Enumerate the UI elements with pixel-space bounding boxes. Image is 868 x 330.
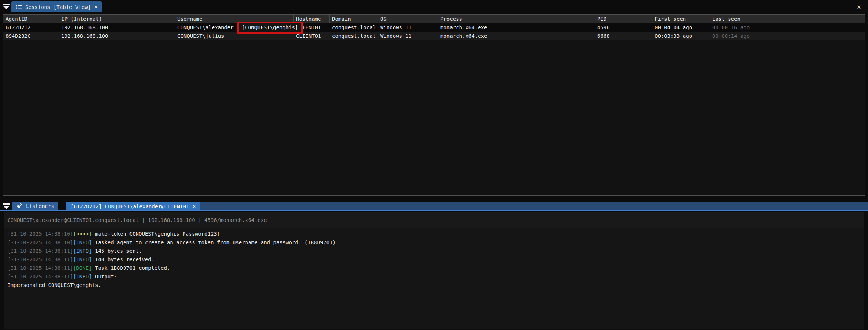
tab-label: [6122D212] CONQUEST\alexander@CLIENT01	[70, 203, 189, 209]
satellite-icon	[16, 203, 23, 209]
cell-lastseen: 00:00:16 ago	[710, 23, 865, 32]
tab-label: Sessions [Table View]	[25, 4, 91, 10]
log-text	[92, 248, 95, 254]
log-timestamp: [31-10-2025 14:38:11]	[7, 257, 73, 262]
column-header-lastseen[interactable]: Last seen	[710, 15, 865, 23]
menu-bar-glyph	[3, 203, 10, 205]
tab-agent-session[interactable]: [6122D212] CONQUEST\alexander@CLIENT01 ✕	[66, 202, 200, 210]
console-line: [31-10-2025 14:38:11][DONE] Task 1B8D970…	[4, 264, 864, 272]
console-output[interactable]: [31-10-2025 14:38:10][>>>>] make-token C…	[4, 228, 864, 329]
log-text	[92, 231, 95, 237]
log-timestamp: [31-10-2025 14:38:11]	[7, 248, 73, 254]
username-text: CONQUEST\alexander	[177, 24, 234, 30]
cell-pid: 4596	[595, 23, 652, 32]
log-tag: [INFO]	[73, 274, 92, 280]
cell-agentid: 6122D212	[3, 23, 59, 32]
log-text	[92, 274, 95, 280]
console-line: [31-10-2025 14:38:10][INFO] Tasked agent…	[4, 238, 864, 247]
impersonated-user-text: [CONQUEST\genghis]	[242, 24, 298, 30]
log-text	[92, 265, 95, 271]
agent-console-panel: CONQUEST\alexander@CLIENT01.conquest.loc…	[4, 212, 864, 329]
log-text: 140 bytes received.	[95, 257, 154, 262]
log-text: Impersonated CONQUEST\genghis.	[7, 282, 101, 288]
cell-process: monarch.x64.exe	[438, 32, 595, 40]
cell-firstseen: 00:03:33 ago	[652, 32, 710, 40]
bottom-tabbar-underline	[0, 210, 868, 211]
log-text: make-token CONQUEST\genghis Password123!	[95, 231, 220, 237]
column-header-domain[interactable]: Domain	[330, 15, 378, 23]
cell-ip: 192.168.168.100	[59, 23, 175, 32]
log-text: Tasked agent to create an access token f…	[95, 239, 336, 245]
log-text: Output:	[95, 274, 117, 280]
session-row[interactable]: 894D232C 192.168.168.100 CONQUEST\julius…	[3, 32, 865, 40]
cell-os: Windows 11	[378, 32, 438, 40]
log-tag: [>>>>]	[73, 231, 92, 237]
panel-close-icon[interactable]: ✕	[857, 3, 861, 10]
console-line: Impersonated CONQUEST\genghis.	[4, 281, 864, 290]
tab-sessions-table-view[interactable]: Sessions [Table View] ✕	[11, 1, 102, 12]
log-tag: [INFO]	[73, 239, 92, 245]
log-tag: [INFO]	[73, 257, 92, 262]
tab-label: Listeners	[26, 203, 54, 209]
impersonation-highlight-box: [CONQUEST\genghis]	[237, 22, 303, 34]
top-tab-bar: Sessions [Table View] ✕ ✕	[0, 0, 868, 12]
cell-process: monarch.x64.exe	[438, 23, 595, 32]
column-header-pid[interactable]: PID	[595, 15, 652, 23]
tabbar-filler-strip	[188, 202, 868, 210]
top-tabbar-underline	[0, 12, 868, 12]
column-header-os[interactable]: OS	[378, 15, 438, 23]
log-text: Task 1B8D9701 completed.	[95, 265, 170, 271]
log-tag: [INFO]	[73, 248, 92, 254]
log-timestamp: [31-10-2025 14:38:10]	[7, 239, 73, 245]
column-header-firstseen[interactable]: First seen	[652, 15, 710, 23]
cell-os: Windows 11	[378, 23, 438, 32]
log-tag: [DONE]	[73, 265, 92, 271]
column-header-ip[interactable]: IP (Internal)	[59, 15, 175, 23]
console-line: [31-10-2025 14:38:11][INFO] 140 bytes re…	[4, 255, 864, 264]
log-text	[92, 239, 95, 245]
cell-domain: conquest.local	[330, 32, 378, 40]
cell-username: CONQUEST\alexander[CONQUEST\genghis]	[175, 23, 294, 32]
menu-dropdown-icon[interactable]	[1, 202, 11, 210]
column-header-process[interactable]: Process	[438, 15, 595, 23]
log-text	[92, 257, 95, 262]
console-session-header: CONQUEST\alexander@CLIENT01.conquest.loc…	[4, 212, 864, 228]
console-line: [31-10-2025 14:38:11][INFO] 145 bytes se…	[4, 247, 864, 255]
cell-agentid: 894D232C	[3, 32, 59, 40]
log-timestamp: [31-10-2025 14:38:10]	[7, 231, 73, 237]
tab-listeners[interactable]: Listeners	[12, 202, 58, 210]
cell-ip: 192.168.168.100	[59, 32, 175, 40]
console-line: [31-10-2025 14:38:11][INFO] Output:	[4, 272, 864, 281]
cell-pid: 6668	[595, 32, 652, 40]
cell-domain: conquest.local	[330, 23, 378, 32]
sessions-table: AgentID IP (Internal) Username Hostname …	[3, 14, 865, 196]
cell-firstseen: 00:04:04 ago	[652, 23, 710, 32]
menu-triangle-glyph	[3, 206, 10, 209]
tab-close-icon[interactable]: ✕	[193, 203, 196, 209]
tab-close-icon[interactable]: ✕	[94, 4, 98, 10]
menu-bar-glyph	[3, 4, 10, 5]
log-timestamp: [31-10-2025 14:38:11]	[7, 265, 73, 271]
table-header-row: AgentID IP (Internal) Username Hostname …	[3, 15, 865, 23]
console-line: [31-10-2025 14:38:10][>>>>] make-token C…	[4, 230, 864, 238]
table-view-icon	[16, 4, 22, 10]
column-header-agentid[interactable]: AgentID	[3, 15, 59, 23]
log-text: 145 bytes sent.	[95, 248, 142, 254]
menu-triangle-glyph	[3, 6, 10, 9]
session-row[interactable]: 6122D212 192.168.168.100 CONQUEST\alexan…	[3, 23, 865, 32]
cell-lastseen: 00:00:14 ago	[710, 32, 865, 40]
log-timestamp: [31-10-2025 14:38:11]	[7, 274, 73, 280]
menu-dropdown-icon[interactable]	[1, 2, 11, 11]
